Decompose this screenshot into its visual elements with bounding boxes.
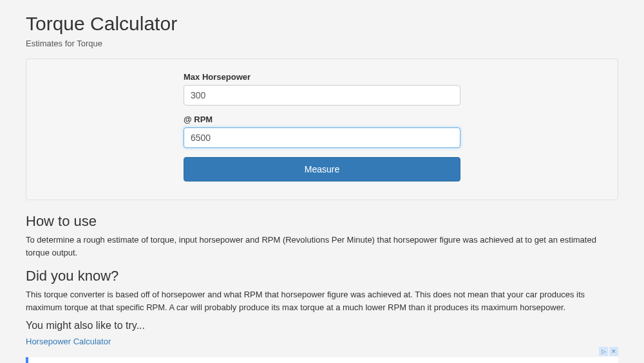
- how-to-use-heading: How to use: [26, 213, 618, 230]
- page-subtitle: Estimates for Torque: [26, 39, 618, 48]
- adchoices-icon[interactable]: ▷: [599, 347, 608, 356]
- measure-button[interactable]: Measure: [184, 157, 460, 182]
- horsepower-calculator-link[interactable]: Horsepower Calculator: [26, 337, 111, 346]
- how-to-use-text: To determine a rough estimate of torque,…: [26, 234, 618, 259]
- horsepower-input[interactable]: [184, 85, 460, 106]
- calculator-panel: Max Horsepower @ RPM Measure: [26, 59, 618, 200]
- ad-banner[interactable]: ▷ ✕ Independence Car Service Specialize …: [26, 357, 618, 363]
- rpm-label: @ RPM: [184, 115, 460, 124]
- also-like-heading: You might also like to try...: [26, 320, 618, 331]
- close-icon[interactable]: ✕: [609, 347, 618, 356]
- did-you-know-heading: Did you know?: [26, 268, 618, 284]
- rpm-input[interactable]: [184, 127, 460, 148]
- horsepower-label: Max Horsepower: [184, 72, 460, 82]
- ad-controls: ▷ ✕: [599, 347, 618, 356]
- did-you-know-text: This torque converter is based off of ho…: [26, 288, 618, 313]
- page-title: Torque Calculator: [26, 13, 618, 35]
